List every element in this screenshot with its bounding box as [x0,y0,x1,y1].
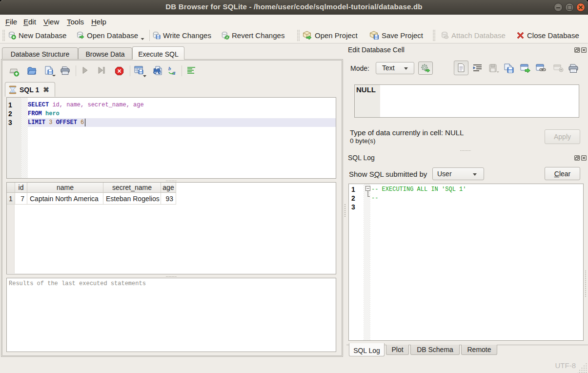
svg-text:a: a [172,69,176,76]
svg-text:b: b [168,65,171,71]
